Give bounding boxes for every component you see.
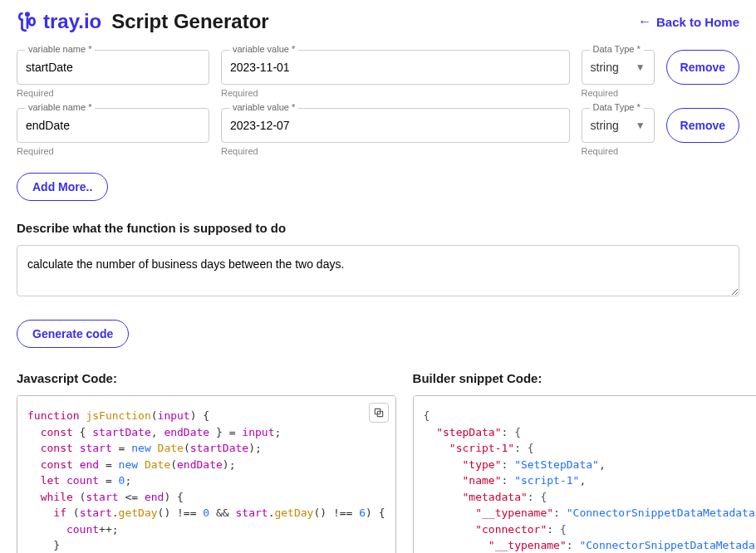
required-hint: Required [221, 146, 570, 156]
data-type-label: Data Type * [590, 44, 644, 54]
js-code-box: function jsFunction(input) { const { sta… [17, 395, 396, 553]
required-hint: Required [221, 88, 570, 98]
svg-point-0 [26, 13, 28, 16]
variable-row: variable name * Required variable value … [17, 108, 739, 156]
chevron-down-icon: ▼ [636, 120, 646, 131]
logo-text: tray.io [43, 10, 101, 33]
variable-row: variable name * Required variable value … [17, 50, 739, 98]
variable-name-label: variable name * [25, 44, 95, 54]
back-to-home-link[interactable]: ← Back to Home [638, 14, 739, 29]
variable-value-input[interactable] [230, 61, 561, 74]
variable-value-label: variable value * [229, 102, 298, 112]
data-type-value: string [591, 61, 619, 74]
builder-code-content: { "stepData": { "script-1": { "type": "S… [424, 408, 756, 553]
page-title: Script Generator [111, 10, 268, 33]
required-hint: Required [17, 146, 209, 156]
required-hint: Required [17, 88, 209, 98]
copy-icon [373, 407, 385, 418]
required-hint: Required [582, 88, 655, 98]
chevron-down-icon: ▼ [636, 61, 646, 73]
add-more-button[interactable]: Add More.. [17, 173, 108, 201]
describe-label: Describe what the function is supposed t… [17, 221, 739, 235]
generate-code-button[interactable]: Generate code [17, 320, 129, 348]
data-type-select[interactable]: string ▼ [582, 108, 655, 143]
description-textarea[interactable] [17, 245, 739, 296]
copy-js-button[interactable] [369, 403, 389, 423]
variable-value-label: variable value * [229, 44, 298, 54]
builder-code-box: { "stepData": { "script-1": { "type": "S… [413, 395, 756, 553]
remove-button[interactable]: Remove [666, 108, 739, 143]
js-code-title: Javascript Code: [17, 371, 396, 385]
data-type-select[interactable]: string ▼ [582, 50, 655, 85]
remove-button[interactable]: Remove [666, 50, 739, 85]
variable-value-input[interactable] [230, 119, 561, 132]
data-type-value: string [591, 119, 619, 132]
arrow-left-icon: ← [638, 14, 651, 29]
tray-logo-icon [17, 11, 38, 32]
logo: tray.io [17, 10, 101, 33]
variable-name-input[interactable] [26, 119, 200, 132]
variable-name-label: variable name * [25, 102, 95, 112]
data-type-label: Data Type * [590, 102, 644, 112]
required-hint: Required [582, 146, 655, 156]
back-label: Back to Home [656, 15, 739, 29]
variable-name-input[interactable] [26, 61, 200, 74]
js-code-content: function jsFunction(input) { const { sta… [27, 408, 385, 553]
builder-code-title: Builder snippet Code: [413, 371, 756, 385]
